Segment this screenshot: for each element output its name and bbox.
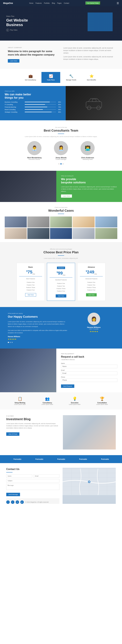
case-9[interactable] xyxy=(73,228,95,239)
case-10[interactable] xyxy=(95,228,117,239)
price-card-standard: Standard $99/mo Standard Features Featur… xyxy=(47,263,75,301)
contact-message-input[interactable] xyxy=(6,484,59,490)
blog-view-all-button[interactable]: View All Posts xyxy=(6,432,19,436)
test-person-title: CEO / Founder xyxy=(89,328,99,330)
callback-submit-button[interactable]: Send Request xyxy=(61,384,74,388)
contact-footer: f t in g+ © 2024 MegaOne. All rights res… xyxy=(6,498,59,504)
partner-1: ✦envato xyxy=(13,458,22,460)
stat-icon-2: 👥 xyxy=(41,396,53,401)
member-title-1: Executive Director xyxy=(24,158,45,160)
stat-2: 👥 Consultancy Lorem ipsum dolor xyxy=(41,396,53,405)
about-left: About company Welcome to intro paragraph… xyxy=(8,47,59,62)
test-avatar: 👩 xyxy=(88,313,100,325)
price-features-standard: Feature OneFeature TwoFeature ThreeFeatu… xyxy=(50,282,72,292)
stat-label-4: Consultation xyxy=(96,402,108,404)
icon-box-1[interactable]: 💼 Get Consultancy xyxy=(21,72,40,83)
team-divider xyxy=(58,134,64,134)
dot-3[interactable] xyxy=(62,163,64,164)
contact-submit-button[interactable]: Send Message xyxy=(6,493,20,496)
social-google[interactable]: g+ xyxy=(20,500,24,504)
play-icon: ▶ xyxy=(6,29,9,32)
test-right-stars: ★★★★★ xyxy=(90,330,98,332)
about-learn-more-button[interactable]: Learn More xyxy=(8,59,19,62)
contact-name-input[interactable] xyxy=(6,474,32,478)
test-stars: ★★★★★ xyxy=(8,338,69,340)
partner-3: ✦envato xyxy=(57,458,65,460)
earn-icon: ⭐ xyxy=(85,74,98,78)
price-features-basic: Feature OneFeature TwoFeature ThreeFeatu… xyxy=(19,281,42,291)
hero-section: Make Plan Get Website Business ▶ Play Vi… xyxy=(0,6,122,40)
price-amount-standard: $99/mo xyxy=(50,271,72,276)
hero-heading: Get Website Business xyxy=(6,18,28,27)
social-twitter[interactable]: t xyxy=(11,500,14,504)
case-8[interactable] xyxy=(50,228,72,239)
case-4[interactable] xyxy=(73,216,95,228)
contact-subject-input[interactable] xyxy=(6,479,59,482)
nav-blog[interactable]: Blog xyxy=(52,2,55,4)
nav-contact[interactable]: Contact xyxy=(64,2,69,4)
service-item-4: Brand Consulting 58% xyxy=(5,109,61,110)
social-linkedin[interactable]: in xyxy=(16,500,19,504)
callback-name-input[interactable] xyxy=(61,364,117,368)
test-dot-3[interactable] xyxy=(12,342,13,343)
icon-box-4[interactable]: ⭐ Earn Benefits xyxy=(82,72,101,83)
menu-icon[interactable]: ☰ xyxy=(117,2,119,5)
case-1[interactable] xyxy=(5,216,27,228)
blog-desc: Lorem ipsum dolor sit amet, consectetur … xyxy=(6,422,59,429)
about-heading: Welcome to intro paragraph for some more… xyxy=(8,50,59,57)
svg-point-16 xyxy=(88,481,90,482)
bespoke-check: What are looking for xyxy=(61,175,117,177)
callback-name-label: Name xyxy=(61,362,117,364)
cases-section: Check our best work Wonderful Cases xyxy=(0,202,122,242)
nav-pages[interactable]: Pages xyxy=(57,2,62,4)
member-name-1: Nick Wonderberg xyxy=(24,157,45,158)
callback-right: Have any questions? Request a call back … xyxy=(56,348,122,392)
nav-features[interactable]: Features xyxy=(36,2,42,4)
contact-subject-row xyxy=(6,479,59,482)
bespoke-desc: Lorem ipsum dolor sit amet, consectetur … xyxy=(61,186,117,192)
social-facebook[interactable]: f xyxy=(6,500,10,504)
case-6[interactable] xyxy=(5,228,27,239)
price-btn-standard[interactable]: Start Now xyxy=(56,294,66,298)
dot-2[interactable] xyxy=(60,163,62,164)
test-dot-1[interactable] xyxy=(8,342,9,343)
contact-email-input[interactable] xyxy=(34,474,59,478)
contact-form: Send Message xyxy=(6,474,59,496)
services-left: Check our skills We can make better thin… xyxy=(0,86,66,120)
nav-home[interactable]: Home xyxy=(29,2,34,4)
price-btn-advance[interactable]: Start Now xyxy=(86,293,97,296)
icon-boxes: 💼 Get Consultancy 📈 Trade Plans 🔧 Manage… xyxy=(0,69,122,86)
member-title-3: Marketing Head xyxy=(77,158,98,160)
case-7[interactable] xyxy=(27,228,49,239)
case-2[interactable] xyxy=(27,216,49,228)
case-3[interactable] xyxy=(50,216,72,228)
price-divider-standard xyxy=(50,277,72,278)
price-btn-basic[interactable]: Start Now xyxy=(25,293,36,296)
bespoke-learn-more-button[interactable]: Learn More xyxy=(61,194,72,198)
partner-2: ✦envato xyxy=(35,458,43,460)
pricing-divider xyxy=(58,255,64,256)
stat-4: 🏆 Consultation Lorem ipsum dolor xyxy=(96,396,108,405)
callback-email-input[interactable] xyxy=(61,372,117,375)
team-member-3: 👨‍💻 Chris Anderson Marketing Head xyxy=(77,141,98,160)
team-desc: Lorem ipsum dolor sit amet, consectetur … xyxy=(5,136,117,137)
icon-box-3[interactable]: 🔧 Manage Trends xyxy=(62,72,81,83)
icon-box-2[interactable]: 📈 Trade Plans xyxy=(41,72,60,83)
team-title: Best Consultants Team xyxy=(5,129,117,132)
map-svg xyxy=(63,468,116,496)
member-name-3: Chris Anderson xyxy=(77,157,98,158)
play-video-button[interactable]: ▶ Play Video xyxy=(6,29,28,32)
partner-5: ✦envato xyxy=(101,458,109,460)
contact-divider xyxy=(6,472,13,472)
case-5[interactable] xyxy=(95,216,117,228)
callback-phone-input[interactable] xyxy=(61,378,117,382)
stat-desc-2: Lorem ipsum dolor xyxy=(41,404,53,405)
stat-desc-3: Lorem ipsum dolor xyxy=(69,404,81,405)
logo[interactable]: MegaOne xyxy=(3,2,13,4)
dot-1[interactable] xyxy=(58,163,60,164)
nav-portfolio[interactable]: Portfolio xyxy=(44,2,50,4)
test-dot-2[interactable] xyxy=(10,342,11,343)
callback-email-label: Email xyxy=(61,370,117,371)
nav-cta-button[interactable]: Get Started Today xyxy=(85,2,100,5)
about-body1: Lorem ipsum dolor sit amet, consectetur … xyxy=(63,47,114,54)
